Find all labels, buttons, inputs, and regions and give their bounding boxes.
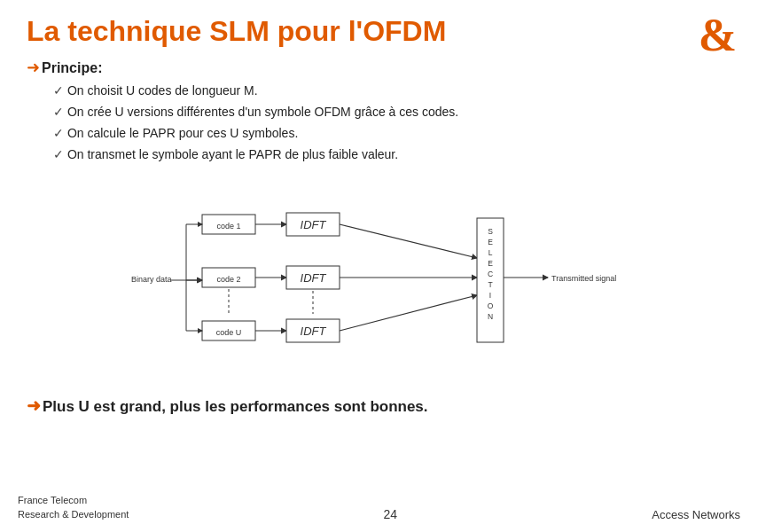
svg-text:IDFT: IDFT bbox=[300, 325, 326, 338]
diagram-container: Binary data code 1 IDFT code 2 IDFT bbox=[27, 174, 731, 387]
conclusion-text: Plus U est grand, plus les performances … bbox=[43, 398, 428, 415]
footer-page-number: 24 bbox=[129, 507, 652, 521]
conclusion-arrow: ➜ bbox=[27, 396, 41, 415]
svg-text:code U: code U bbox=[215, 328, 241, 337]
diagram-svg: Binary data code 1 IDFT code 2 IDFT bbox=[122, 174, 637, 387]
svg-text:N: N bbox=[487, 312, 492, 321]
footer-company-line2: Research & Development bbox=[18, 508, 129, 521]
svg-text:E: E bbox=[488, 259, 493, 268]
principe-arrow: ➜ bbox=[27, 59, 40, 76]
svg-text:O: O bbox=[487, 301, 493, 310]
svg-text:Transmitted signal: Transmitted signal bbox=[551, 274, 616, 283]
bullet-4: On transmet le symbole ayant le PAPR de … bbox=[53, 145, 731, 166]
svg-line-6 bbox=[340, 224, 477, 258]
svg-text:T: T bbox=[488, 280, 492, 289]
svg-text:C: C bbox=[487, 270, 492, 278]
footer: France Telecom Research & Development 24… bbox=[0, 494, 758, 521]
footer-right: Access Networks bbox=[652, 508, 740, 521]
binary-data-label: Binary data bbox=[131, 275, 172, 284]
bullet-3: On calcule le PAPR pour ces U symboles. bbox=[53, 123, 731, 145]
footer-company-line1: France Telecom bbox=[18, 494, 129, 507]
svg-text:L: L bbox=[488, 248, 492, 257]
page-number: 24 bbox=[384, 507, 398, 521]
slide: & La technique SLM pour l'OFDM ➜Principe… bbox=[0, 0, 758, 532]
page-title: La technique SLM pour l'OFDM bbox=[27, 16, 731, 47]
logo-ampersand: & bbox=[699, 12, 737, 59]
svg-text:IDFT: IDFT bbox=[300, 271, 326, 285]
svg-text:I: I bbox=[488, 291, 490, 300]
bullet-list: On choisit U codes de longueur M. On cré… bbox=[53, 81, 731, 165]
svg-text:code 1: code 1 bbox=[216, 222, 240, 231]
bullet-1: On choisit U codes de longueur M. bbox=[53, 81, 731, 102]
conclusion: ➜Plus U est grand, plus les performances… bbox=[27, 395, 731, 416]
svg-line-20 bbox=[340, 295, 477, 331]
principe-section: ➜Principe: On choisit U codes de longueu… bbox=[27, 58, 731, 165]
svg-text:S: S bbox=[488, 227, 493, 236]
footer-left: France Telecom Research & Development bbox=[18, 494, 129, 521]
principe-label: ➜Principe: bbox=[27, 58, 731, 77]
svg-text:IDFT: IDFT bbox=[300, 218, 326, 231]
bullet-2: On crée U versions différentes d'un symb… bbox=[53, 102, 731, 123]
principe-text: Principe: bbox=[42, 60, 102, 75]
svg-text:code 2: code 2 bbox=[216, 275, 240, 284]
svg-text:E: E bbox=[488, 238, 493, 246]
